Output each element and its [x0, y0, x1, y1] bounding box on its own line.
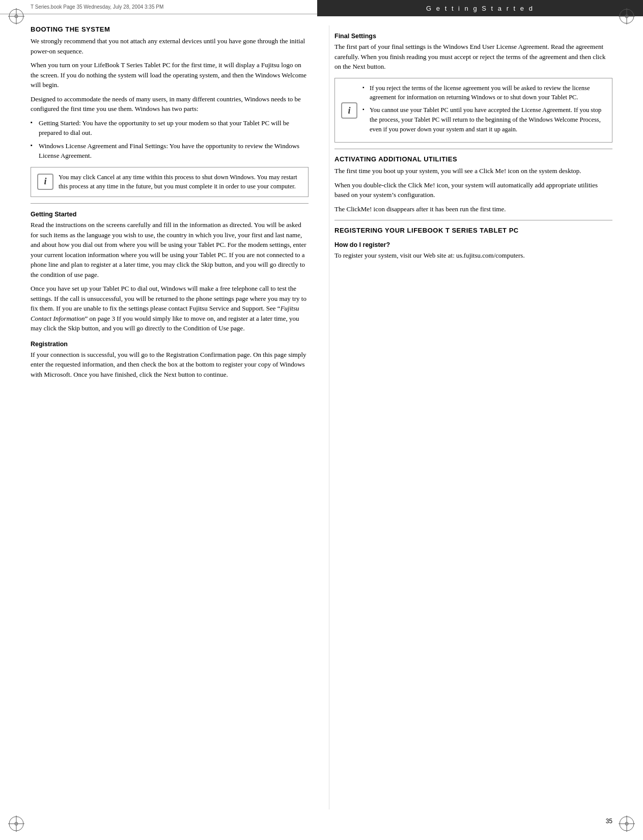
info-bullets: If you reject the terms of the license a…: [362, 83, 606, 134]
divider-3: [334, 220, 612, 220]
registration-sub: Registration: [31, 341, 309, 348]
bullet-item-1: Getting Started: You have the opportunit…: [31, 118, 309, 138]
gs-para1: Read the instructions on the screens car…: [31, 220, 309, 279]
info-icon: i: [37, 174, 53, 190]
info-box-text: You may click Cancel at any time within …: [59, 173, 302, 192]
right-column: Final Settings The first part of your fi…: [329, 25, 612, 809]
how-para: To register your system, visit our Web s…: [334, 250, 612, 261]
fs-para: The first part of your final settings is…: [334, 42, 612, 72]
activating-heading: ACTIVATING ADDITIONAL UTILITIES: [334, 155, 612, 163]
act-para2: When you double-click the Click Me! icon…: [334, 180, 612, 200]
content-area: BOOTING THE SYSTEM We strongly recommend…: [31, 25, 612, 809]
final-settings-sub: Final Settings: [334, 33, 612, 40]
info-box-cancel: i You may click Cancel at any time withi…: [31, 167, 309, 198]
divider-1: [31, 203, 309, 204]
getting-started-sub: Getting Started: [31, 211, 309, 218]
corner-mark-bl: [7, 815, 25, 833]
how-sub: How do I register?: [334, 241, 612, 248]
info-box-license: i If you reject the terms of the license…: [334, 78, 612, 143]
page-number: 35: [606, 818, 612, 825]
registering-heading: REGISTERING YOUR LIFEBOOK T SERIES TABLE…: [334, 227, 612, 234]
gs-para2: Once you have set up your Tablet PC to d…: [31, 284, 309, 333]
corner-mark-tl: [7, 7, 25, 25]
booting-para3: Designed to accommodate the needs of man…: [31, 94, 309, 114]
left-column: BOOTING THE SYSTEM We strongly recommend…: [31, 25, 314, 809]
info-icon-2: i: [341, 102, 357, 119]
booting-para2: When you turn on your LifeBook T Series …: [31, 60, 309, 90]
info-box-license-content: If you reject the terms of the license a…: [362, 83, 606, 137]
book-tab-text: T Series.book Page 35 Wednesday, July 28…: [31, 4, 163, 10]
bullet-item-2: Windows License Agreement and Final Sett…: [31, 141, 309, 161]
act-para1: The first time you boot up your system, …: [334, 166, 612, 176]
header-bar: G e t t i n g S t a r t e d: [317, 0, 643, 16]
page: T Series.book Page 35 Wednesday, July 28…: [0, 0, 643, 840]
corner-mark-br: [618, 815, 636, 833]
booting-para1: We strongly recommend that you not attac…: [31, 36, 309, 56]
info-bullet-2: You cannot use your Tablet PC until you …: [362, 105, 606, 134]
reg-para: If your connection is successful, you wi…: [31, 350, 309, 380]
divider-2: [334, 149, 612, 149]
act-para3: The ClickMe! icon disappears after it ha…: [334, 204, 612, 214]
header-title: G e t t i n g S t a r t e d: [426, 5, 534, 12]
booting-heading: BOOTING THE SYSTEM: [31, 25, 309, 33]
corner-mark-tr: [618, 7, 636, 25]
booting-bullets: Getting Started: You have the opportunit…: [31, 118, 309, 161]
info-bullet-1: If you reject the terms of the license a…: [362, 83, 606, 103]
